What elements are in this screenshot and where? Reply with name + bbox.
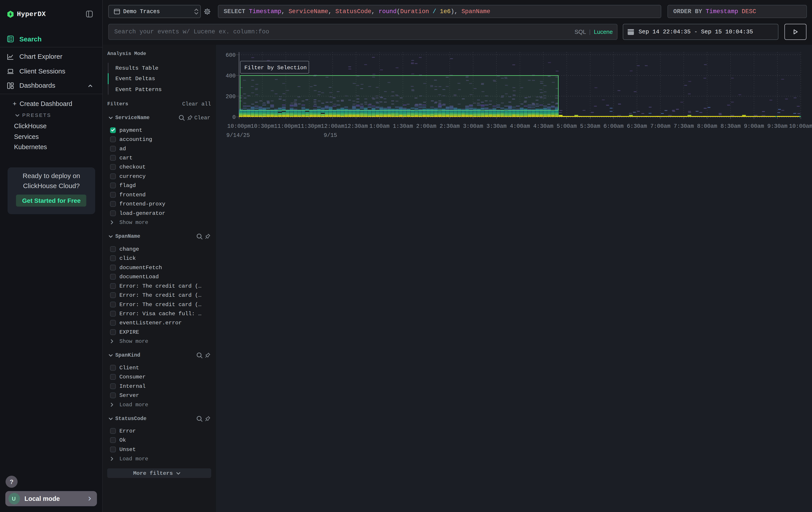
svg-text:5:00am: 5:00am xyxy=(556,123,577,130)
svg-text:0: 0 xyxy=(232,114,236,120)
svg-text:600: 600 xyxy=(226,52,236,58)
svg-text:3:30am: 3:30am xyxy=(487,123,507,130)
svg-text:12:30am: 12:30am xyxy=(344,123,368,130)
svg-text:10:30pm: 10:30pm xyxy=(251,123,274,130)
svg-text:Filter by Selection: Filter by Selection xyxy=(244,65,307,71)
svg-text:10:00pm: 10:00pm xyxy=(227,123,251,130)
svg-text:7:30am: 7:30am xyxy=(674,123,694,130)
svg-text:9/14/25: 9/14/25 xyxy=(226,132,250,139)
svg-text:10:00am: 10:00am xyxy=(789,123,812,130)
svg-text:6:00am: 6:00am xyxy=(604,123,624,130)
svg-text:11:00pm: 11:00pm xyxy=(274,123,298,130)
svg-text:200: 200 xyxy=(226,93,236,100)
svg-text:9:30am: 9:30am xyxy=(767,123,787,130)
svg-text:12:00am: 12:00am xyxy=(321,123,344,130)
svg-text:3:00am: 3:00am xyxy=(463,123,483,130)
svg-text:2:30am: 2:30am xyxy=(440,123,460,130)
svg-text:7:00am: 7:00am xyxy=(650,123,671,130)
svg-text:8:00am: 8:00am xyxy=(697,123,717,130)
svg-text:9:00am: 9:00am xyxy=(744,123,764,130)
svg-text:4:00am: 4:00am xyxy=(510,123,530,130)
svg-text:9/15: 9/15 xyxy=(324,132,337,139)
svg-text:2:00am: 2:00am xyxy=(416,123,436,130)
svg-text:5:30am: 5:30am xyxy=(580,123,600,130)
svg-text:400: 400 xyxy=(226,73,236,79)
svg-text:8:30am: 8:30am xyxy=(720,123,741,130)
svg-text:11:30pm: 11:30pm xyxy=(297,123,321,130)
svg-text:1:00am: 1:00am xyxy=(369,123,389,130)
svg-text:6:30am: 6:30am xyxy=(627,123,647,130)
svg-text:4:30am: 4:30am xyxy=(533,123,553,130)
svg-text:1:30am: 1:30am xyxy=(393,123,413,130)
